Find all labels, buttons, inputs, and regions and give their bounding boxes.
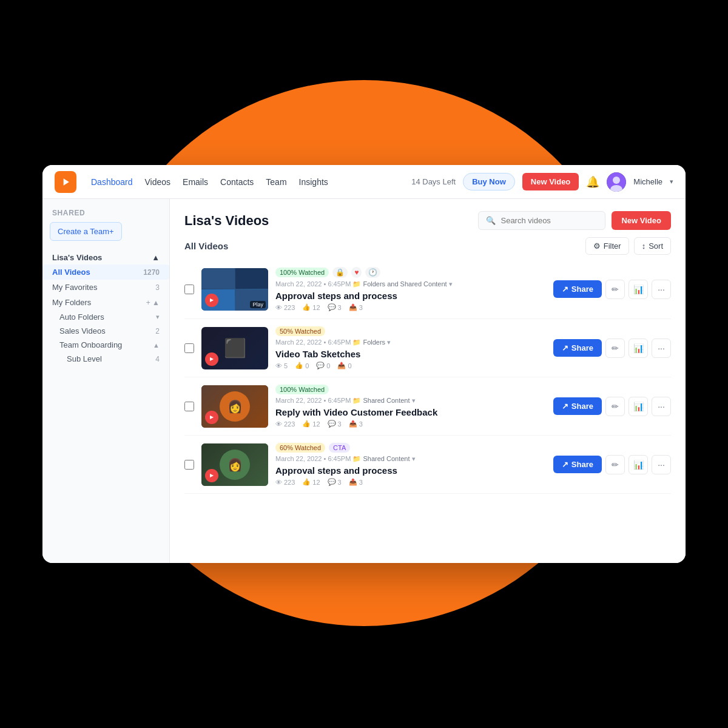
more-button-4[interactable]: ···	[652, 455, 671, 474]
user-menu-chevron-icon[interactable]: ▾	[670, 178, 673, 186]
sidebar-collapse-icon: ▲	[152, 253, 160, 262]
comments-stat-1: 💬 3	[328, 303, 342, 311]
nav-new-video-button[interactable]: New Video	[522, 173, 579, 190]
comments-stat-4: 💬 3	[328, 478, 342, 486]
edit-button-3[interactable]: ✏	[605, 397, 625, 416]
video-title-3[interactable]: Reply with Video Customer Feedback	[275, 407, 546, 417]
video-thumbnail-2[interactable]: ⬛ ▶	[201, 327, 268, 369]
lock-badge-1: 🔒	[332, 267, 348, 278]
sidebar-folders-label: My Folders	[52, 298, 91, 307]
nav-links: Dashboard Videos Emails Contacts Team In…	[91, 177, 328, 187]
search-input[interactable]	[500, 216, 598, 225]
shares-stat-2: 📤 0	[337, 362, 351, 369]
create-team-plus-icon: +	[109, 227, 114, 236]
likes-stat-4: 👍 12	[302, 478, 320, 486]
video-info-1: 100% Watched 🔒 ♥ 🕐 March 22, 2022 • 6:45…	[275, 267, 546, 311]
share-icon-3: ↗	[562, 402, 568, 411]
share-button-1[interactable]: ↗ Share	[553, 280, 602, 298]
share-button-2[interactable]: ↗ Share	[553, 339, 602, 357]
share-label-3: Share	[571, 402, 593, 411]
sidebar-folders[interactable]: My Folders + ▲	[42, 295, 169, 310]
analytics-button-4[interactable]: 📊	[629, 455, 648, 474]
video-stats-4: 👁 223 👍 12 💬 3 📤 3	[275, 478, 546, 486]
sidebar-team-onboarding[interactable]: Team Onboarding ▲	[42, 338, 169, 352]
content-header: Lisa's Videos 🔍 New Video	[170, 199, 686, 237]
sidebar-favorites[interactable]: My Favorites 3	[42, 280, 169, 295]
heart-badge-1: ♥	[351, 267, 362, 278]
share-icon-2: ↗	[562, 343, 568, 352]
edit-button-2[interactable]: ✏	[605, 339, 625, 358]
play-button-2[interactable]: ▶	[205, 352, 218, 366]
video-title-1[interactable]: Approval steps and process	[275, 291, 546, 301]
video-actions-3: ↗ Share ✏ 📊 ···	[553, 397, 671, 416]
play-button-4[interactable]: ▶	[205, 469, 218, 482]
share-button-4[interactable]: ↗ Share	[553, 456, 602, 473]
sidebar-sub-level[interactable]: Sub Level 4	[42, 352, 169, 366]
nav-team[interactable]: Team	[266, 177, 286, 187]
shares-stat-1: 📤 3	[349, 303, 363, 311]
more-button-1[interactable]: ···	[652, 280, 671, 299]
sidebar-sales-videos[interactable]: Sales Videos 2	[42, 324, 169, 338]
nav-dashboard[interactable]: Dashboard	[91, 177, 133, 187]
watched-badge-4: 60% Watched	[275, 443, 325, 453]
video-checkbox-3[interactable]	[184, 402, 194, 411]
play-button-1[interactable]: ▶	[205, 294, 218, 307]
cta-badge-4: CTA	[329, 443, 350, 453]
table-row: 👩 ▶ 100% Watched March 22, 2022 • 6:45PM…	[184, 377, 671, 436]
sidebar-folders-icons: + ▲	[146, 298, 160, 307]
play-button-3[interactable]: ▶	[205, 411, 218, 424]
video-title-4[interactable]: Approval steps and process	[275, 465, 546, 476]
video-thumbnail-3[interactable]: 👩 ▶	[201, 385, 268, 428]
sort-button[interactable]: ↕ Sort	[634, 237, 671, 255]
filter-sort-controls: ⚙ Filter ↕ Sort	[585, 237, 671, 255]
share-icon-4: ↗	[562, 460, 568, 469]
new-video-button[interactable]: New Video	[612, 211, 671, 230]
analytics-button-2[interactable]: 📊	[629, 339, 648, 358]
analytics-button-3[interactable]: 📊	[629, 397, 648, 416]
video-meta-1: March 22, 2022 • 6:45PM 📁 Folders and Sh…	[275, 280, 546, 288]
sidebar-team-onboarding-label: Team Onboarding	[59, 340, 122, 349]
sidebar-auto-folders[interactable]: Auto Folders ▾	[42, 310, 169, 324]
create-team-button[interactable]: Create a Team +	[50, 222, 122, 241]
filter-button[interactable]: ⚙ Filter	[585, 237, 629, 255]
video-info-4: 60% Watched CTA March 22, 2022 • 6:45PM …	[275, 443, 546, 486]
top-nav: Dashboard Videos Emails Contacts Team In…	[42, 165, 686, 199]
video-thumbnail-4[interactable]: 👩 ▶	[201, 443, 268, 486]
nav-videos[interactable]: Videos	[145, 177, 171, 187]
edit-button-1[interactable]: ✏	[605, 280, 625, 299]
header-actions: 🔍 New Video	[478, 211, 671, 230]
svg-point-1	[613, 177, 620, 184]
comments-stat-2: 💬 0	[316, 362, 330, 369]
video-thumbnail-1[interactable]: ▶ Play	[201, 268, 268, 311]
filter-icon: ⚙	[593, 241, 601, 251]
video-title-2[interactable]: Video Tab Sketches	[275, 349, 546, 359]
analytics-button-1[interactable]: 📊	[629, 280, 648, 299]
table-row: ⬛ ▶ 50% Watched March 22, 2022 • 6:45PM …	[184, 319, 671, 377]
buy-now-button[interactable]: Buy Now	[463, 173, 515, 190]
sidebar-all-videos[interactable]: All Videos 1270	[42, 265, 169, 280]
share-button-3[interactable]: ↗ Share	[553, 397, 602, 415]
notification-bell-icon[interactable]: 🔔	[586, 175, 599, 189]
watched-badge-2: 50% Watched	[275, 326, 325, 336]
content-area: Lisa's Videos 🔍 New Video All Videos ⚙ F…	[170, 199, 686, 563]
video-checkbox-2[interactable]	[184, 343, 194, 353]
thumb-duration-1: Play	[250, 301, 266, 308]
sidebar-auto-folders-label: Auto Folders	[59, 312, 104, 322]
user-name-label[interactable]: Michelle	[633, 177, 662, 186]
edit-button-4[interactable]: ✏	[605, 455, 625, 474]
more-button-3[interactable]: ···	[652, 397, 671, 416]
video-checkbox-1[interactable]	[184, 285, 194, 294]
app-container: Dashboard Videos Emails Contacts Team In…	[42, 165, 686, 563]
nav-insights[interactable]: Insights	[299, 177, 328, 187]
nav-emails[interactable]: Emails	[183, 177, 208, 187]
watched-badge-3: 100% Watched	[275, 385, 329, 394]
days-left-label: 14 Days Left	[411, 177, 456, 186]
avatar	[607, 172, 626, 192]
nav-contacts[interactable]: Contacts	[220, 177, 254, 187]
more-button-2[interactable]: ···	[652, 339, 671, 358]
sidebar-my-videos-label: Lisa's Videos	[52, 253, 102, 262]
nav-right: 14 Days Left Buy Now New Video 🔔 Michell…	[411, 172, 673, 192]
share-label-2: Share	[571, 343, 593, 352]
video-checkbox-4[interactable]	[184, 460, 194, 470]
sidebar-my-videos-header[interactable]: Lisa's Videos ▲	[42, 251, 169, 265]
